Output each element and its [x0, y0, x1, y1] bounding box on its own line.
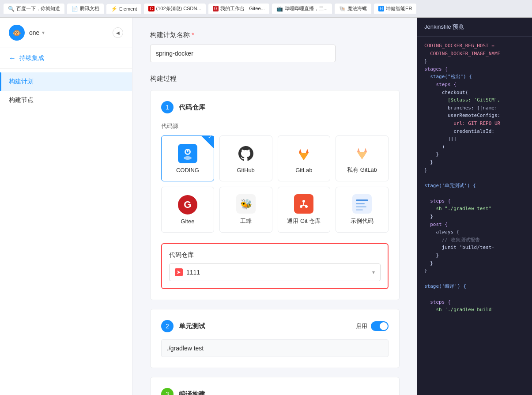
tab-gitee[interactable]: G 我的工作台 - Gitee...: [208, 4, 269, 14]
gongfeng-icon: 🐝: [236, 194, 256, 214]
coding-icon: [178, 144, 197, 163]
jenkinsfile-code: CODING_DOCKER_REG_HOST = CODING_DOCKER_I…: [417, 37, 532, 395]
source-private-gitlab-label: 私有 GitLab: [347, 166, 377, 174]
source-gitlab[interactable]: GitLab: [278, 135, 331, 181]
tab-magic[interactable]: 🐚 魔法海螺: [335, 4, 371, 14]
step2-enable-toggle[interactable]: [371, 321, 389, 331]
step2-header: 2 单元测试 启用: [161, 320, 389, 332]
source-gitlab-label: GitLab: [295, 167, 312, 173]
sidebar-org-name: one ▾: [29, 29, 45, 36]
step1-number: 1: [161, 101, 174, 113]
code-source-label: 代码源: [161, 122, 389, 130]
step1-card: 1 代码仓库 代码源: [150, 90, 400, 300]
tab-element[interactable]: ⚡ Element: [106, 4, 141, 14]
build-process-label: 构建过程: [150, 75, 400, 83]
plan-name-section: 构建计划名称*: [150, 31, 400, 75]
tab-tencent-docs[interactable]: 📄 腾讯文档: [67, 4, 104, 14]
plan-name-input[interactable]: [150, 45, 336, 62]
private-gitlab-icon: [352, 143, 372, 162]
svg-rect-16: [356, 209, 363, 211]
source-gongfeng[interactable]: 🐝 工蜂: [219, 187, 272, 233]
sidebar-collapse-button[interactable]: ◀: [113, 27, 123, 38]
sidebar: 🐵 one ▾ ◀ ← 持续集成 构建计划 构建节点: [0, 18, 132, 395]
source-git-generic[interactable]: 通用 Git 仓库: [278, 187, 331, 233]
tab-kunjian[interactable]: H 坤健智能ER: [374, 4, 417, 14]
svg-point-6: [302, 200, 305, 203]
step3-card: 3 编译构建: [150, 377, 400, 395]
step2-card: 2 单元测试 启用: [150, 309, 400, 368]
step1-title: 代码仓库: [179, 103, 205, 112]
source-example-label: 示例代码: [351, 217, 374, 225]
step3-title: 编译构建: [179, 390, 205, 395]
sidebar-item-build-plan[interactable]: 构建计划: [0, 72, 132, 91]
svg-point-1: [184, 156, 192, 160]
main-content: 构建计划名称* 构建过程 1 代码仓库 代码源: [132, 18, 417, 395]
step2-command-input[interactable]: [161, 339, 389, 357]
source-example[interactable]: 示例代码: [336, 187, 389, 233]
jenkinsfile-panel: Jenkinsfile 预览 CODING_DOCKER_REG_HOST = …: [417, 18, 532, 395]
source-gitee[interactable]: G Gitee: [161, 187, 214, 233]
step3-number: 3: [161, 388, 174, 395]
source-private-gitlab[interactable]: 私有 GitLab: [336, 135, 389, 181]
repo-dropdown-left: 1111: [175, 268, 200, 276]
sidebar-item-build-node[interactable]: 构建节点: [0, 91, 132, 109]
source-gitee-label: Gitee: [181, 218, 194, 225]
repo-name-value: 1111: [186, 269, 200, 276]
repo-selector-wrapper: 代码仓库 1111 ▾: [161, 243, 389, 289]
sidebar-back-button[interactable]: ← 持续集成: [0, 48, 132, 69]
gitee-icon: G: [178, 195, 197, 214]
repo-dropdown-chevron-icon: ▾: [372, 269, 375, 275]
svg-rect-14: [356, 203, 365, 204]
source-git-generic-label: 通用 Git 仓库: [287, 217, 321, 225]
github-icon: [236, 144, 256, 163]
back-arrow-icon: ←: [9, 54, 16, 62]
step2-left: 2 单元测试: [161, 320, 205, 332]
sidebar-header: 🐵 one ▾ ◀: [0, 18, 132, 48]
svg-text:🐝: 🐝: [240, 198, 252, 210]
git-generic-icon: [294, 194, 313, 214]
jenkinsfile-header: Jenkinsfile 预览: [417, 18, 532, 37]
sidebar-nav: 构建计划 构建节点: [0, 69, 132, 113]
tab-csdn[interactable]: C (102条消息) CSDN...: [144, 4, 205, 14]
svg-rect-15: [356, 206, 366, 207]
step1-header: 1 代码仓库: [161, 101, 389, 113]
tab-bilibili[interactable]: 📺 哔哩哔哩直播，二...: [272, 4, 332, 14]
org-chevron-icon: ▾: [42, 30, 45, 36]
repo-flag-icon: [175, 268, 183, 276]
repo-selector-label: 代码仓库: [169, 251, 381, 259]
source-gongfeng-label: 工蜂: [240, 217, 252, 225]
source-github-label: GitHub: [237, 167, 254, 173]
step2-enable: 启用: [356, 321, 389, 331]
browser-bar: 🔍 百度一下，你就知道 📄 腾讯文档 ⚡ Element C (102条消息) …: [0, 0, 532, 18]
source-coding[interactable]: CODING: [161, 135, 214, 181]
step2-title: 单元测试: [179, 322, 205, 331]
tab-baidu[interactable]: 🔍 百度一下，你就知道: [4, 4, 64, 14]
svg-point-3: [187, 150, 189, 152]
svg-rect-13: [356, 199, 368, 201]
source-coding-label: CODING: [176, 167, 199, 173]
plan-name-label: 构建计划名称*: [150, 31, 400, 39]
source-grid: CODING GitHub: [161, 135, 389, 233]
sidebar-logo: 🐵: [9, 25, 25, 41]
step2-number: 2: [161, 320, 174, 332]
source-github[interactable]: GitHub: [219, 135, 272, 181]
example-icon: [352, 194, 372, 214]
gitlab-icon: [294, 144, 313, 163]
repo-dropdown[interactable]: 1111 ▾: [169, 263, 381, 281]
step3-header: 3 编译构建: [161, 388, 389, 395]
